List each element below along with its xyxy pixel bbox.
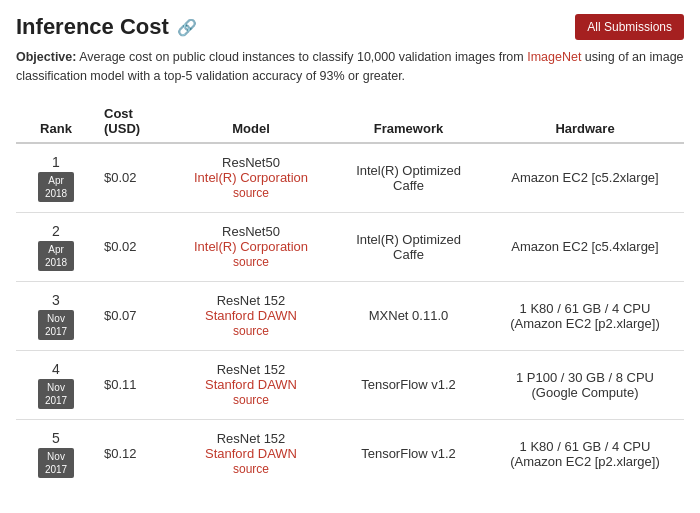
model-org-link[interactable]: Stanford DAWN	[205, 308, 297, 323]
page-title: Inference Cost	[16, 14, 169, 40]
table-row: 3 Nov2017 $0.07 ResNet 152 Stanford DAWN…	[16, 281, 684, 350]
cost-cell: $0.12	[96, 419, 171, 488]
cost-cell: $0.07	[96, 281, 171, 350]
model-source-link[interactable]: source	[233, 255, 269, 269]
col-header-hardware: Hardware	[486, 100, 684, 143]
date-badge: Apr2018	[38, 241, 74, 271]
model-name: ResNet 152	[179, 293, 323, 308]
all-submissions-button[interactable]: All Submissions	[575, 14, 684, 40]
date-badge: Nov2017	[38, 448, 74, 478]
model-source-link[interactable]: source	[233, 324, 269, 338]
model-org-link[interactable]: Intel(R) Corporation	[194, 170, 308, 185]
rank-cell: 2 Apr2018	[16, 212, 96, 281]
model-source-link[interactable]: source	[233, 393, 269, 407]
model-cell: ResNet 152 Stanford DAWN source	[171, 281, 331, 350]
framework-cell: Intel(R) Optimized Caffe	[331, 143, 486, 213]
col-header-cost: Cost(USD)	[96, 100, 171, 143]
objective-text-part1: Average cost on public cloud instances t…	[79, 50, 527, 64]
model-cell: ResNet50 Intel(R) Corporation source	[171, 212, 331, 281]
header-row: Inference Cost 🔗 All Submissions	[16, 14, 684, 40]
date-badge: Nov2017	[38, 379, 74, 409]
table-wrapper: Rank Cost(USD) Model Framework Hardware …	[16, 100, 684, 488]
framework-cell: TensorFlow v1.2	[331, 350, 486, 419]
col-header-model: Model	[171, 100, 331, 143]
rank-badge-container: 3 Nov2017	[24, 292, 88, 340]
hardware-cell: 1 P100 / 30 GB / 8 CPU (Google Compute)	[486, 350, 684, 419]
rank-cell: 3 Nov2017	[16, 281, 96, 350]
rank-number: 1	[52, 154, 60, 170]
rank-number: 5	[52, 430, 60, 446]
table-row: 2 Apr2018 $0.02 ResNet50 Intel(R) Corpor…	[16, 212, 684, 281]
cost-cell: $0.02	[96, 143, 171, 213]
rank-badge-container: 5 Nov2017	[24, 430, 88, 478]
model-org-link[interactable]: Stanford DAWN	[205, 377, 297, 392]
date-badge: Nov2017	[38, 310, 74, 340]
model-cell: ResNet 152 Stanford DAWN source	[171, 419, 331, 488]
rank-number: 3	[52, 292, 60, 308]
rank-badge-container: 4 Nov2017	[24, 361, 88, 409]
table-header-row: Rank Cost(USD) Model Framework Hardware	[16, 100, 684, 143]
model-name: ResNet 152	[179, 431, 323, 446]
framework-cell: Intel(R) Optimized Caffe	[331, 212, 486, 281]
rank-cell: 1 Apr2018	[16, 143, 96, 213]
col-header-rank: Rank	[16, 100, 96, 143]
model-cell: ResNet 152 Stanford DAWN source	[171, 350, 331, 419]
model-cell: ResNet50 Intel(R) Corporation source	[171, 143, 331, 213]
rank-badge-container: 2 Apr2018	[24, 223, 88, 271]
date-badge: Apr2018	[38, 172, 74, 202]
objective-text: Objective: Average cost on public cloud …	[16, 48, 684, 86]
model-org-link[interactable]: Stanford DAWN	[205, 446, 297, 461]
title-area: Inference Cost 🔗	[16, 14, 197, 40]
model-name: ResNet50	[179, 155, 323, 170]
model-source-link[interactable]: source	[233, 186, 269, 200]
table-row: 5 Nov2017 $0.12 ResNet 152 Stanford DAWN…	[16, 419, 684, 488]
model-source-link[interactable]: source	[233, 462, 269, 476]
model-org-link[interactable]: Intel(R) Corporation	[194, 239, 308, 254]
model-name: ResNet 152	[179, 362, 323, 377]
hardware-cell: Amazon EC2 [c5.4xlarge]	[486, 212, 684, 281]
hardware-cell: Amazon EC2 [c5.2xlarge]	[486, 143, 684, 213]
cost-cell: $0.02	[96, 212, 171, 281]
model-name: ResNet50	[179, 224, 323, 239]
hardware-cell: 1 K80 / 61 GB / 4 CPU (Amazon EC2 [p2.xl…	[486, 419, 684, 488]
framework-cell: TensorFlow v1.2	[331, 419, 486, 488]
table-row: 4 Nov2017 $0.11 ResNet 152 Stanford DAWN…	[16, 350, 684, 419]
rank-number: 4	[52, 361, 60, 377]
rank-badge-container: 1 Apr2018	[24, 154, 88, 202]
cost-cell: $0.11	[96, 350, 171, 419]
link-icon[interactable]: 🔗	[177, 18, 197, 37]
hardware-cell: 1 K80 / 61 GB / 4 CPU (Amazon EC2 [p2.xl…	[486, 281, 684, 350]
main-table: Rank Cost(USD) Model Framework Hardware …	[16, 100, 684, 488]
imagenet-link[interactable]: ImageNet	[527, 50, 581, 64]
rank-cell: 5 Nov2017	[16, 419, 96, 488]
table-row: 1 Apr2018 $0.02 ResNet50 Intel(R) Corpor…	[16, 143, 684, 213]
framework-cell: MXNet 0.11.0	[331, 281, 486, 350]
rank-cell: 4 Nov2017	[16, 350, 96, 419]
rank-number: 2	[52, 223, 60, 239]
col-header-framework: Framework	[331, 100, 486, 143]
objective-label: Objective:	[16, 50, 76, 64]
